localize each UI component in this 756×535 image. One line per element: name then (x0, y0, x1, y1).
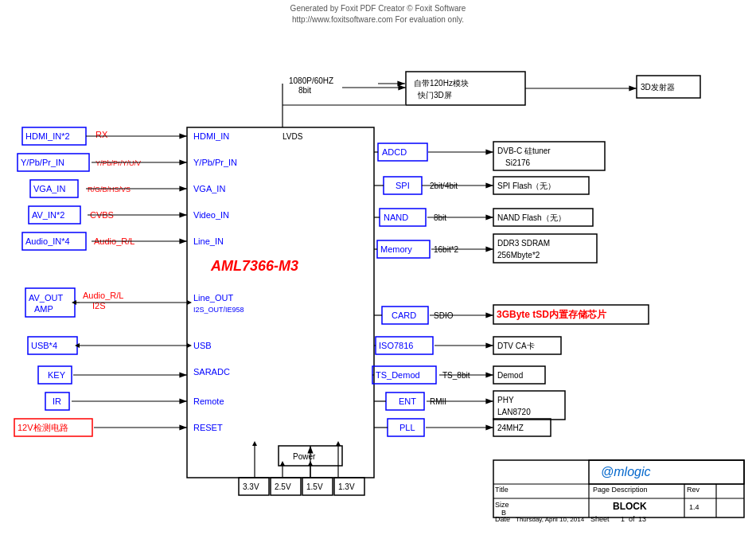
footer-desc-val: BLOCK (613, 501, 647, 512)
footer-title-label: Title (495, 486, 509, 494)
audio-in-label: Audio_IN*4 (25, 236, 70, 246)
audio-rl2-label: Audio_R/L (83, 291, 123, 300)
ent-label: ENT (399, 396, 416, 406)
chip-saradc-label: SARADC (193, 367, 230, 377)
chip-i2s-label: I2S_OUT/IE958 (193, 306, 244, 314)
svg-marker-13 (187, 343, 192, 348)
tsdemod-label: TS_Demod (376, 370, 420, 380)
chip-linein-label: Line_IN (193, 236, 224, 246)
lvds-label: LVDS (283, 132, 303, 141)
usb4-label: USB*4 (31, 341, 57, 350)
logo-text: @mlogic (601, 465, 650, 478)
transmitter-label: 3D发射器 (641, 83, 675, 92)
nandflash-label: NAND Flash（无） (497, 213, 566, 222)
chip-label: AML7366-M3 (210, 258, 298, 274)
ypbpr-label: Y/Pb/Pr_IN (21, 158, 64, 167)
nand-label: NAND (384, 213, 408, 222)
24mhz-label: 24MHZ (497, 424, 524, 432)
chip-reset-label: RESET (193, 423, 223, 432)
phy-label2: LAN8720 (497, 408, 531, 416)
footer-rev-label: Rev (687, 486, 700, 494)
footer-sheet-num: 1 (621, 515, 625, 523)
v25-label: 2.5V (275, 482, 291, 491)
ddr3-label1: DDR3 SDRAM (497, 239, 550, 248)
svg-marker-47 (336, 441, 341, 446)
ddr3-label2: 256Mbyte*2 (497, 251, 540, 260)
v15-label: 1.5V (306, 482, 323, 491)
amp-label: AMP (34, 304, 53, 314)
header-line2: http://www.foxitsoftware.com For evaluat… (292, 15, 464, 24)
block-diagram: 1080P/60HZ 8bit 自带120Hz模块 快门3D屏 3D发射器 AM… (0, 24, 756, 525)
chip-lineout-label: Line_OUT (193, 293, 233, 303)
display-label1: 自带120Hz模块 (414, 79, 469, 88)
12v-label: 12V检测电路 (18, 423, 68, 432)
chip-vga-label: VGA_IN (193, 184, 225, 193)
pll-label: PLL (399, 423, 415, 432)
svg-marker-10 (72, 300, 76, 305)
av-in-label: AV_IN*2 (32, 210, 64, 220)
rgb-label: R/G/B/HS/VS (88, 185, 131, 193)
footer-rev-val: 1.4 (689, 503, 699, 511)
chip-video-label: Video_IN (193, 210, 229, 220)
key-label: KEY (48, 370, 66, 380)
ir-label: IR (53, 396, 61, 406)
footer-sheet-label: Sheet (590, 515, 610, 523)
footer-desc-label: Page Description (593, 486, 648, 494)
rx-label: RX (95, 130, 108, 139)
spi-label: SPI (396, 181, 410, 190)
phy-label1: PHY (497, 396, 514, 404)
card-label: CARD (392, 310, 416, 320)
hdmi-in2-label: HDMI_IN*2 (25, 131, 70, 141)
footer-date-val: Thursday, April 10, 2014 (516, 516, 585, 523)
memory-label: Memory (380, 244, 412, 254)
dvbc-label1: DVB-C 硅tuner (497, 146, 551, 155)
vga-label: VGA_IN (33, 184, 65, 193)
display-label2: 快门3D屏 (417, 91, 452, 100)
demod-label: Demod (497, 371, 523, 380)
svg-marker-41 (252, 441, 257, 446)
chip-remote-label: Remote (193, 396, 224, 406)
svg-marker-8 (187, 300, 192, 305)
adcd-label: ADCD (382, 147, 407, 157)
3gbyte-label: 3GByte tSD内置存储芯片 (497, 309, 607, 320)
dtv-label: DTV CA卡 (497, 342, 535, 350)
footer-size-label: Size (495, 501, 509, 509)
page: Generated by Foxit PDF Creator © Foxit S… (0, 0, 756, 535)
av-out-label: AV_OUT (29, 293, 63, 303)
v33-label: 3.3V (243, 482, 259, 491)
iso-label: ISO7816 (379, 341, 413, 350)
label-1080p: 1080P/60HZ (289, 76, 333, 85)
footer-of-label: of (629, 515, 635, 523)
svg-marker-43 (280, 461, 285, 466)
chip-hdmi-label: HDMI_IN (193, 131, 229, 141)
dvbc-label2: Si2176 (505, 158, 531, 167)
label-8bit: 8bit (298, 86, 311, 95)
chip-ypbpr-label: Y/Pb/Pr_IN (193, 158, 237, 167)
header: Generated by Foxit PDF Creator © Foxit S… (0, 0, 756, 25)
ypbpr-wire-label: Y/Pb/Pr/Y/U/V (95, 159, 141, 167)
header-line1: Generated by Foxit PDF Creator © Foxit S… (290, 4, 466, 13)
chip-usb-label: USB (193, 341, 212, 350)
spiflash-label: SPI Flash（无） (497, 182, 555, 190)
power-label: Power (293, 452, 316, 461)
footer-date-label: Date (495, 515, 510, 523)
footer-total: 13 (638, 515, 646, 523)
display-box (406, 72, 525, 105)
v13-label: 1.3V (338, 482, 355, 491)
